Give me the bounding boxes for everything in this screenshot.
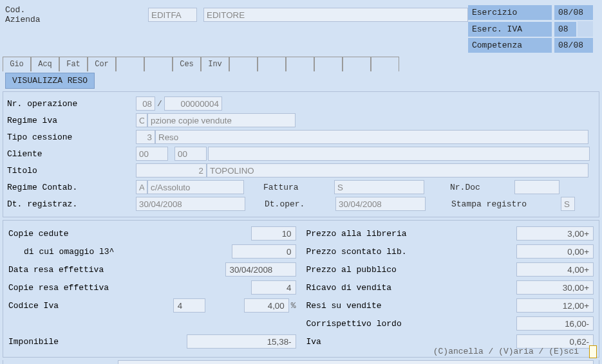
form-section: Nr. operazione / Regime iva Tipo cession… bbox=[3, 91, 599, 217]
dt-oper-label: Dt.oper. bbox=[265, 199, 335, 209]
tab-empty-5[interactable] bbox=[144, 57, 173, 71]
tab-inv[interactable]: Inv bbox=[201, 57, 229, 71]
detail-panel: Copie cedute di cui omaggio l3^ Data res… bbox=[3, 220, 599, 358]
corrispettivo-label: Corrispettivo lordo bbox=[306, 319, 517, 329]
tipo-cessione-code[interactable] bbox=[136, 130, 155, 144]
footer-actions[interactable]: (C)ancella / (V)aria / (E)sci bbox=[428, 344, 584, 359]
tab-bar: Gio Acq Fat Cor Ces Inv bbox=[0, 57, 602, 71]
percent-sign: % bbox=[289, 301, 296, 311]
tab-cor[interactable]: Cor bbox=[88, 57, 116, 71]
cliente-label: Cliente bbox=[7, 149, 136, 159]
subtab-visualizza-reso[interactable]: VISUALIZZA RESO bbox=[5, 73, 95, 89]
eserc-iva-value: 08 bbox=[554, 22, 576, 37]
regime-contab-code[interactable] bbox=[136, 180, 147, 194]
copie-resa-label: Copie resa effettiva bbox=[8, 283, 251, 293]
dt-registraz-label: Dt. registraz. bbox=[7, 199, 136, 209]
regime-iva-desc[interactable] bbox=[147, 113, 296, 127]
nr-operazione-b[interactable] bbox=[164, 96, 222, 111]
stampa-registro-field[interactable] bbox=[561, 197, 575, 211]
tab-empty-8[interactable] bbox=[229, 57, 258, 71]
cod-azienda-label: Cod. Azienda bbox=[5, 5, 64, 24]
fattura-label: Fattura bbox=[263, 183, 334, 192]
tab-empty-4[interactable] bbox=[116, 57, 144, 71]
cliente-a[interactable] bbox=[136, 147, 168, 161]
input-cursor[interactable] bbox=[589, 345, 597, 358]
cliente-b[interactable] bbox=[174, 147, 207, 161]
eserc-iva-label: Eserc. IVA bbox=[468, 22, 552, 37]
codice-iva-code[interactable] bbox=[173, 298, 205, 313]
copie-resa-field[interactable] bbox=[251, 280, 296, 295]
tab-gio[interactable]: Gio bbox=[3, 57, 31, 71]
ricavo-vendita-field[interactable] bbox=[516, 280, 594, 295]
competenza-value: 08/08 bbox=[554, 38, 593, 53]
data-resa-field[interactable] bbox=[225, 262, 296, 277]
tab-empty-10[interactable] bbox=[286, 57, 314, 71]
competenza-label: Competenza bbox=[468, 38, 552, 53]
titolo-desc[interactable] bbox=[207, 163, 588, 177]
annotazioni-field[interactable] bbox=[118, 360, 594, 364]
nrdoc-field[interactable] bbox=[514, 180, 560, 194]
esercizio-value: 08/08 bbox=[554, 5, 593, 20]
regime-contab-label: Regime Contab. bbox=[7, 183, 136, 192]
omaggio-field[interactable] bbox=[232, 244, 296, 259]
prezzo-pubblico-field[interactable] bbox=[516, 262, 594, 277]
dt-oper-field[interactable] bbox=[335, 197, 426, 211]
corrispettivo-field[interactable] bbox=[516, 316, 594, 331]
stampa-registro-label: Stampa registro bbox=[451, 199, 561, 209]
resi-vendite-field[interactable] bbox=[516, 298, 594, 313]
prezzo-pubblico-label: Prezzo al pubblico bbox=[306, 265, 517, 275]
cod-azienda-field[interactable] bbox=[148, 8, 197, 22]
regime-iva-code[interactable] bbox=[136, 113, 147, 127]
cod-azienda-desc[interactable] bbox=[203, 8, 468, 22]
tab-empty-12[interactable] bbox=[343, 57, 371, 71]
regime-iva-label: Regime iva bbox=[7, 116, 136, 125]
tab-empty-13[interactable] bbox=[371, 57, 399, 71]
codice-iva-label: Codice Iva bbox=[8, 301, 173, 311]
cliente-desc[interactable] bbox=[208, 147, 590, 161]
prezzo-libreria-label: Prezzo alla libreria bbox=[306, 229, 517, 239]
resi-vendite-label: Resi su vendite bbox=[306, 301, 517, 311]
prezzo-scontato-label: Prezzo scontato lib. bbox=[306, 247, 517, 257]
tipo-cessione-desc[interactable] bbox=[155, 130, 588, 144]
prezzo-libreria-field[interactable] bbox=[516, 226, 594, 241]
eserc-iva-extra bbox=[578, 21, 593, 37]
tab-empty-9[interactable] bbox=[258, 57, 286, 71]
nr-operazione-a[interactable] bbox=[136, 96, 155, 111]
nr-operazione-label: Nr. operazione bbox=[7, 99, 136, 109]
copie-cedute-label: Copie cedute bbox=[8, 229, 251, 239]
nrdoc-label: Nr.Doc bbox=[450, 183, 514, 192]
dt-registraz-field[interactable] bbox=[136, 197, 245, 211]
subtab-row: VISUALIZZA RESO bbox=[5, 73, 602, 89]
tipo-cessione-label: Tipo cessione bbox=[7, 132, 136, 142]
copie-cedute-field[interactable] bbox=[251, 226, 296, 241]
titolo-code[interactable] bbox=[136, 163, 207, 177]
tab-empty-11[interactable] bbox=[314, 57, 343, 71]
ricavo-vendita-label: Ricavo di vendita bbox=[306, 283, 517, 293]
esercizio-label: Esercizio bbox=[468, 5, 552, 20]
data-resa-label: Data resa effettiva bbox=[8, 265, 225, 275]
tab-fat[interactable]: Fat bbox=[59, 57, 88, 71]
slash-sep: / bbox=[155, 99, 164, 109]
titolo-label: Titolo bbox=[7, 166, 136, 176]
prezzo-scontato-field[interactable] bbox=[516, 244, 594, 259]
tab-ces[interactable]: Ces bbox=[173, 57, 201, 71]
regime-contab-desc[interactable] bbox=[147, 180, 244, 194]
tab-acq[interactable]: Acq bbox=[31, 57, 59, 71]
omaggio-label: di cui omaggio l3^ bbox=[8, 247, 232, 257]
codice-iva-pct[interactable] bbox=[244, 298, 289, 313]
fattura-field[interactable] bbox=[334, 180, 424, 194]
